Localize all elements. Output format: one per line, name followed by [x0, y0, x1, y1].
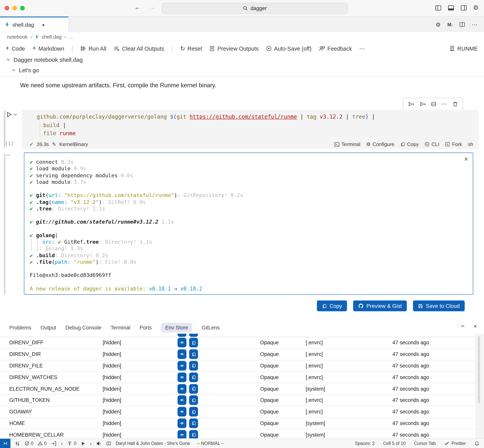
- copy-output-button[interactable]: Copy: [317, 300, 347, 311]
- command-center-search[interactable]: dagger: [162, 3, 348, 14]
- delete-cell-icon[interactable]: [452, 101, 458, 107]
- indentation-setting[interactable]: Spaces: 2: [355, 441, 375, 446]
- copy-button[interactable]: [189, 334, 198, 337]
- fork-button[interactable]: Fork: [445, 141, 462, 147]
- error-count[interactable]: 0: [25, 441, 33, 446]
- launchpad-icon[interactable]: [15, 441, 20, 446]
- copy-button[interactable]: [189, 418, 198, 428]
- toggle-panel-icon[interactable]: [447, 4, 454, 11]
- toggle-sidebar-icon[interactable]: [435, 4, 441, 11]
- cli-button[interactable]: CLI: [425, 141, 439, 147]
- env-row[interactable]: ELECTRON_RUN_AS_NODE [hidden] Opaque [sy…: [0, 383, 475, 395]
- speaker-icon[interactable]: [96, 441, 101, 446]
- runme-button[interactable]: RUNME: [449, 45, 478, 52]
- exit-icon[interactable]: [51, 441, 56, 446]
- copy-button[interactable]: [189, 430, 198, 438]
- chevron-down-icon[interactable]: [14, 113, 17, 116]
- reveal-button[interactable]: [178, 349, 187, 359]
- tab-gitlens[interactable]: GitLens: [202, 325, 220, 330]
- copy-button[interactable]: [189, 373, 198, 382]
- env-row[interactable]: DIRENV_DIR [hidden] Opaque [.envrc] 47 s…: [0, 349, 475, 360]
- notifications-bell-icon[interactable]: [474, 441, 479, 446]
- cell-position[interactable]: Cell 5 of 10: [383, 441, 406, 446]
- add-code-cell-button[interactable]: + Code: [5, 45, 25, 52]
- next-icon[interactable]: ›: [90, 441, 92, 445]
- scrollbar-thumb[interactable]: [478, 336, 480, 404]
- prettier-status[interactable]: Prettier: [444, 441, 466, 446]
- minimize-window-button[interactable]: [12, 6, 17, 10]
- settings-gear-icon[interactable]: ⚙: [473, 4, 479, 11]
- configure-button[interactable]: ⚙ Configure: [366, 141, 394, 148]
- warning-count[interactable]: 0: [38, 441, 47, 446]
- more-actions-icon[interactable]: ⋯: [472, 21, 478, 28]
- terminal-button[interactable]: Terminal: [334, 141, 360, 147]
- copy-button[interactable]: [189, 349, 198, 359]
- reader-icon[interactable]: [106, 441, 111, 446]
- close-output-icon[interactable]: ×: [464, 155, 468, 163]
- copy-cell-button[interactable]: Copy: [400, 141, 419, 147]
- env-row[interactable]: HOME [hidden] Opaque [system] 47 seconds…: [0, 418, 475, 429]
- clear-all-outputs-button[interactable]: Clear All Outputs: [114, 45, 164, 52]
- remote-indicator[interactable]: [0, 439, 10, 448]
- execute-above-icon[interactable]: [408, 101, 415, 107]
- env-row[interactable]: DIRENV_FILE [hidden] Opaque [.envrc] 47 …: [0, 360, 475, 372]
- zoom-window-button[interactable]: [20, 6, 25, 10]
- env-row[interactable]: DIRENV_WATCHES [hidden] Opaque [.envrc] …: [0, 372, 475, 383]
- markdown-export-icon[interactable]: M↓: [447, 22, 453, 27]
- close-window-button[interactable]: [5, 6, 9, 10]
- save-to-cloud-button[interactable]: Save to Cloud: [413, 300, 465, 311]
- cell-name[interactable]: KernelBinary: [59, 141, 88, 147]
- now-playing[interactable]: Daryl Hall & John Oates - She's Gone: [116, 441, 190, 446]
- maximize-panel-icon[interactable]: [460, 324, 465, 329]
- cell-more-icon[interactable]: ⋯: [441, 100, 447, 107]
- feedback-button[interactable]: Feedback: [319, 45, 352, 52]
- breadcrumb-more[interactable]: ...: [69, 34, 73, 40]
- reveal-button[interactable]: [178, 395, 187, 405]
- split-editor-icon[interactable]: [459, 22, 465, 27]
- copy-button[interactable]: [189, 361, 198, 371]
- breadcrumb-folder[interactable]: notebook: [7, 34, 28, 40]
- modified-dot-icon[interactable]: ●: [42, 22, 45, 27]
- tab-shell-dag[interactable]: shell.dag ●: [0, 17, 69, 32]
- close-panel-icon[interactable]: ×: [473, 324, 477, 329]
- tab-ports[interactable]: Ports: [140, 325, 152, 330]
- preview-outputs-button[interactable]: Preview Outputs: [209, 45, 259, 52]
- tab-output[interactable]: Output: [40, 325, 56, 330]
- reveal-button[interactable]: [178, 407, 187, 416]
- execute-below-icon[interactable]: [419, 101, 426, 107]
- notebook-settings-icon[interactable]: ⚙: [436, 21, 441, 28]
- run-cell-icon[interactable]: [6, 111, 12, 118]
- notebook-title-row[interactable]: Dagger notebook shell.dag: [6, 56, 83, 63]
- env-row[interactable]: GITHUB_TOKEN [hidden] Opaque [.envrc] 47…: [0, 395, 475, 406]
- tab-debug-console[interactable]: Debug Console: [65, 325, 101, 330]
- copy-button[interactable]: [189, 407, 198, 416]
- preview-gist-button[interactable]: Preview & Gist: [353, 300, 407, 311]
- reset-button[interactable]: ↻ Reset: [180, 45, 202, 52]
- tab-env-store[interactable]: Env Store: [161, 323, 192, 332]
- broadcast-count[interactable]: 0: [67, 441, 76, 446]
- reveal-button[interactable]: [178, 373, 187, 382]
- copy-button[interactable]: [189, 338, 198, 348]
- env-row[interactable]: DIRENV_DIFF [hidden] Opaque [.envrc] 47 …: [0, 337, 475, 349]
- code-cell[interactable]: github.com/purpleclay/daggerverse/golang…: [22, 110, 479, 149]
- env-row[interactable]: GOAWAY [hidden] Opaque [.envrc] 47 secon…: [0, 406, 475, 418]
- tab-problems[interactable]: Problems: [9, 325, 31, 330]
- tab-terminal[interactable]: Terminal: [110, 325, 130, 330]
- autosave-toggle[interactable]: Auto-Save (off): [266, 45, 312, 52]
- forward-icon[interactable]: →: [149, 4, 155, 11]
- toggle-secondary-sidebar-icon[interactable]: [460, 4, 467, 11]
- split-cell-icon[interactable]: [431, 101, 437, 107]
- breadcrumb-file[interactable]: shell.dag: [42, 34, 62, 40]
- copy-button[interactable]: [189, 395, 198, 405]
- section-header-row[interactable]: Let's go: [12, 67, 39, 73]
- copy-button[interactable]: [189, 384, 198, 393]
- add-markdown-cell-button[interactable]: + Markdown: [32, 45, 64, 52]
- run-all-button[interactable]: Run All: [80, 45, 106, 52]
- previous-icon[interactable]: ‹: [61, 441, 63, 445]
- reveal-button[interactable]: [178, 361, 187, 371]
- reveal-button[interactable]: [178, 418, 187, 428]
- env-row[interactable]: HOMEBREW_CELLAR [hidden] Opaque [system]…: [0, 429, 475, 438]
- pencil-icon[interactable]: ✎: [52, 141, 56, 147]
- reveal-button[interactable]: [178, 338, 187, 348]
- play-icon[interactable]: [81, 441, 85, 446]
